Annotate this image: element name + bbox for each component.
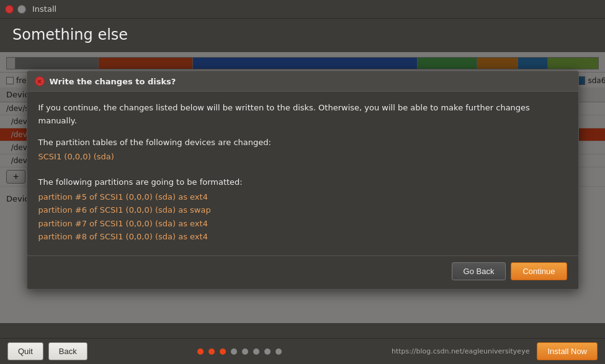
dot-6 [253,348,259,355]
page-header: Something else [0,19,605,52]
modal-section1-title: The partition tables of the following de… [38,136,567,149]
modal-intro-text: If you continue, the changes listed belo… [38,102,567,128]
dot-5 [242,348,248,355]
dot-3 [220,348,226,355]
main-content: free space 1.0 MB sda1 (unknown) 134.2 M… [0,52,605,323]
dot-7 [264,348,271,355]
modal-partition-item-7: partition #7 of SCSI1 (0,0,0) (sda) as e… [38,218,567,230]
dot-8 [276,348,282,355]
dot-1 [197,348,204,355]
modal-partition-item-6: partition #6 of SCSI1 (0,0,0) (sda) as s… [38,204,567,216]
quit-button[interactable]: Quit [7,342,43,360]
minimize-button[interactable] [17,5,26,14]
continue-button[interactable]: Continue [511,262,567,280]
modal-dialog: ✕ Write the changes to disks? If you con… [27,71,579,290]
bottom-bar: Quit Back https://blog.csdn.net/eagleuni… [0,338,605,364]
modal-titlebar: ✕ Write the changes to disks? [27,71,578,92]
dot-4 [231,348,237,355]
modal-overlay: ✕ Write the changes to disks? If you con… [0,52,605,323]
close-button[interactable] [5,5,14,14]
titlebar: Install [0,0,605,19]
modal-title: Write the changes to disks? [50,77,176,86]
modal-partition-item-5: partition #5 of SCSI1 (0,0,0) (sda) as e… [38,191,567,203]
go-back-button[interactable]: Go Back [452,262,506,280]
titlebar-buttons [5,5,26,14]
url-text: https://blog.csdn.net/eagleuniversityeye [392,347,529,355]
modal-body: If you continue, the changes listed belo… [27,92,578,255]
titlebar-title: Install [32,4,56,14]
page-title: Something else [12,26,593,43]
modal-partition-item-8: partition #8 of SCSI1 (0,0,0) (sda) as e… [38,231,567,243]
modal-close-button[interactable]: ✕ [35,76,45,86]
install-now-button[interactable]: Install Now [537,342,598,360]
modal-section2-title: The following partitions are going to be… [38,176,567,189]
progress-dots [87,348,392,355]
dot-2 [208,348,215,355]
back-button[interactable]: Back [48,342,87,360]
bottom-left: Quit Back [7,342,87,360]
modal-footer: Go Back Continue [27,255,578,289]
modal-section1-item: SCSI1 (0,0,0) (sda) [38,151,567,163]
